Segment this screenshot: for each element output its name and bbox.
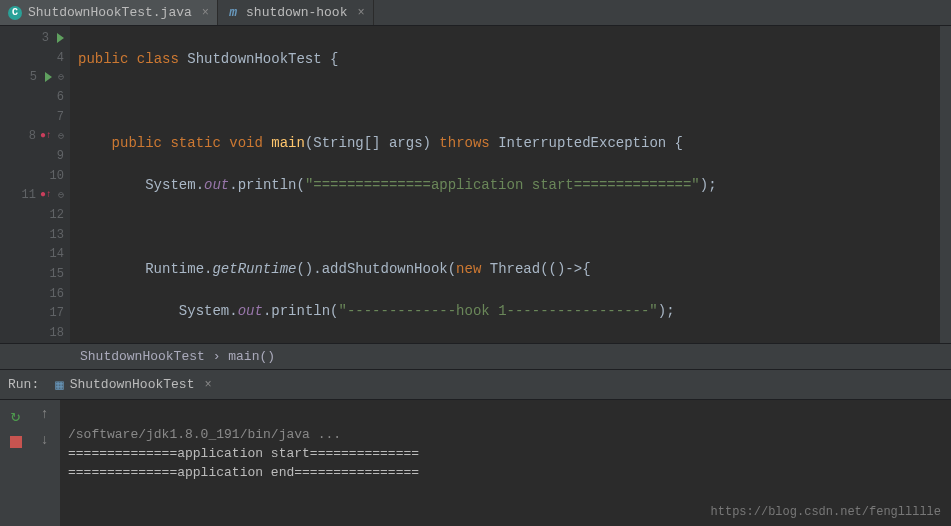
tab-shutdown-hook[interactable]: m shutdown-hook × xyxy=(218,0,374,25)
line-number: 9 xyxy=(44,149,64,163)
editor-tabs: C ShutdownHookTest.java × m shutdown-hoo… xyxy=(0,0,951,26)
console-line: ==============application start=========… xyxy=(68,446,419,461)
rerun-icon[interactable]: ↻ xyxy=(11,406,21,426)
tab-label: shutdown-hook xyxy=(246,5,347,20)
scroll-up-icon[interactable]: ↑ xyxy=(40,406,48,422)
console-command: /software/jdk1.8.0_191/bin/java ... xyxy=(68,427,341,442)
maven-icon: m xyxy=(226,6,240,20)
code-editor[interactable]: public class ShutdownHookTest { public s… xyxy=(70,26,939,343)
line-number: 17 xyxy=(44,306,64,320)
tab-label: ShutdownHookTest.java xyxy=(28,5,192,20)
run-config-icon: ▦ xyxy=(55,376,63,393)
run-toolbar: ↻ ↑ ↓ xyxy=(0,400,60,526)
run-panel-label: Run: xyxy=(8,377,39,392)
tab-shutdownhooktest-java[interactable]: C ShutdownHookTest.java × xyxy=(0,0,218,25)
breadcrumb[interactable]: ShutdownHookTest › main() xyxy=(0,343,951,370)
watermark-text: https://blog.csdn.net/fengllllle xyxy=(711,503,941,522)
line-number: 11 xyxy=(16,188,36,202)
console-output[interactable]: /software/jdk1.8.0_191/bin/java ... ====… xyxy=(60,400,951,526)
run-tool-window-header: Run: ▦ ShutdownHookTest × xyxy=(0,370,951,400)
scroll-down-icon[interactable]: ↓ xyxy=(40,432,48,448)
run-gutter-icon[interactable] xyxy=(45,72,52,82)
run-config-label: ShutdownHookTest xyxy=(70,377,195,392)
breadcrumb-method[interactable]: main() xyxy=(228,349,275,364)
console-line: ==============application end===========… xyxy=(68,465,419,480)
line-number: 12 xyxy=(44,208,64,222)
line-number: 15 xyxy=(44,267,64,281)
stop-icon[interactable] xyxy=(10,436,22,448)
java-class-icon: C xyxy=(8,6,22,20)
run-tool-window: ↻ ↑ ↓ /software/jdk1.8.0_191/bin/java ..… xyxy=(0,400,951,526)
override-gutter-icon[interactable]: ●↑ xyxy=(40,130,52,142)
breadcrumb-class[interactable]: ShutdownHookTest xyxy=(80,349,205,364)
line-number: 4 xyxy=(44,51,64,65)
editor-scrollbar[interactable] xyxy=(939,26,951,343)
line-number: 18 xyxy=(44,326,64,340)
line-number: 10 xyxy=(44,169,64,183)
fold-icon[interactable]: ⊖ xyxy=(58,71,64,83)
line-number: 3 xyxy=(29,31,49,45)
fold-icon[interactable]: ⊖ xyxy=(58,189,64,201)
line-number: 16 xyxy=(44,287,64,301)
run-config-tab[interactable]: ▦ ShutdownHookTest × xyxy=(49,374,217,395)
editor-gutter[interactable]: 3 4 5⊖ 6 7 8●↑⊖ 9 10 11●↑⊖ 12 13 14 15 1… xyxy=(0,26,70,343)
line-number: 8 xyxy=(16,129,36,143)
run-gutter-icon[interactable] xyxy=(57,33,64,43)
close-icon[interactable]: × xyxy=(357,6,364,20)
line-number: 5 xyxy=(17,70,37,84)
fold-icon[interactable]: ⊖ xyxy=(58,130,64,142)
line-number: 7 xyxy=(44,110,64,124)
close-icon[interactable]: × xyxy=(204,378,211,392)
line-number: 14 xyxy=(44,247,64,261)
close-icon[interactable]: × xyxy=(202,6,209,20)
override-gutter-icon[interactable]: ●↑ xyxy=(40,189,52,201)
line-number: 13 xyxy=(44,228,64,242)
line-number: 6 xyxy=(44,90,64,104)
editor-area: 3 4 5⊖ 6 7 8●↑⊖ 9 10 11●↑⊖ 12 13 14 15 1… xyxy=(0,26,951,343)
